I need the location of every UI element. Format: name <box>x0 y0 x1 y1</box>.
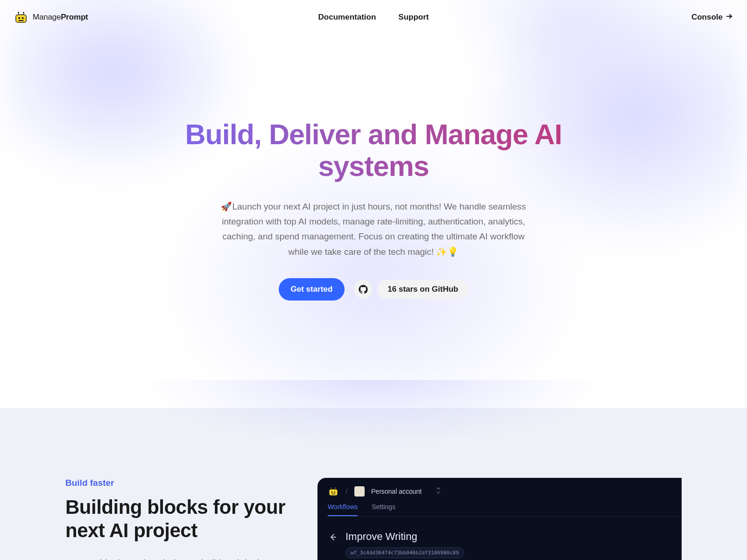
svg-rect-4 <box>16 14 26 22</box>
console-label: Console <box>691 13 723 22</box>
svg-point-6 <box>22 17 24 19</box>
svg-rect-7 <box>18 20 23 21</box>
github-stars-group[interactable]: 16 stars on GitHub <box>354 280 468 299</box>
robot-logo-icon <box>14 11 28 23</box>
avatar <box>354 486 365 497</box>
nav-documentation[interactable]: Documentation <box>318 13 376 22</box>
svg-rect-11 <box>331 494 336 494</box>
svg-point-9 <box>331 491 333 493</box>
account-name[interactable]: Personal account <box>371 488 422 495</box>
app-topbar: / Personal account <box>328 486 682 503</box>
svg-point-5 <box>18 17 20 19</box>
app-tabs: Workflows Settings <box>328 503 682 516</box>
logo-text: ManagePrompt <box>33 13 88 22</box>
hero-headline: Build, Deliver and Manage AI systems <box>163 119 584 182</box>
app-preview: / Personal account Workflows Settings <box>317 478 682 560</box>
tab-settings[interactable]: Settings <box>372 503 395 516</box>
svg-point-12 <box>331 488 332 489</box>
arrow-right-icon <box>726 13 733 22</box>
robot-logo-icon <box>328 487 339 496</box>
hero-subtext: 🚀Launch your next AI project in just hou… <box>219 199 528 259</box>
svg-point-13 <box>335 488 336 489</box>
github-icon <box>354 280 373 299</box>
features-body: We provide the tools to help you build a… <box>65 556 289 560</box>
svg-rect-8 <box>329 490 337 496</box>
get-started-button[interactable]: Get started <box>279 278 345 301</box>
back-arrow-icon[interactable] <box>328 532 337 545</box>
app-body: Improve Writing wf_3c4dd36474c73bb046b2d… <box>328 517 682 558</box>
features-copy: Build faster Building blocks for your ne… <box>65 478 289 560</box>
features-eyebrow: Build faster <box>65 478 289 488</box>
tab-workflows[interactable]: Workflows <box>328 503 358 516</box>
chevron-updown-icon[interactable] <box>436 487 441 496</box>
main-nav: Documentation Support <box>318 13 429 22</box>
workflow-title: Improve Writing <box>345 531 464 543</box>
breadcrumb-separator: / <box>345 487 348 497</box>
cta-row: Get started 16 stars on GitHub <box>0 278 747 301</box>
hero-section: Build, Deliver and Manage AI systems 🚀La… <box>0 35 747 408</box>
logo-link[interactable]: ManagePrompt <box>14 11 88 23</box>
workflow-id-pill[interactable]: wf_3c4dd36474c73bb046b2df3186980c89 <box>345 547 464 558</box>
site-header: ManagePrompt Documentation Support Conso… <box>0 0 747 35</box>
svg-point-10 <box>334 491 335 493</box>
nav-support[interactable]: Support <box>398 13 429 22</box>
github-stars-pill: 16 stars on GitHub <box>377 280 468 299</box>
console-link[interactable]: Console <box>691 13 733 22</box>
features-heading: Building blocks for your next AI project <box>65 496 289 543</box>
features-section: Build faster Building blocks for your ne… <box>0 408 747 560</box>
